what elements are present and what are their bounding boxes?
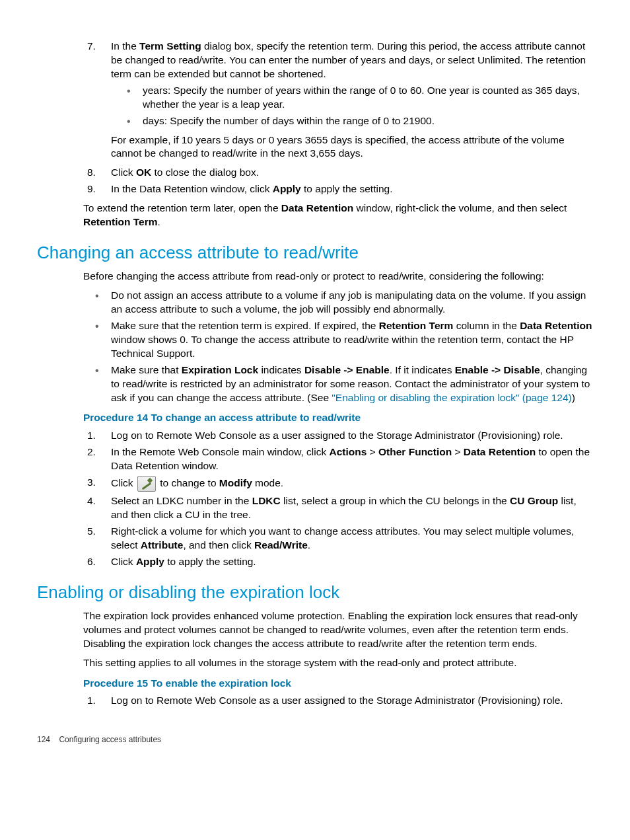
disable-enable-bold: Disable -> Enable	[304, 364, 390, 375]
p14-step-1: Log on to Remote Web Console as a user a…	[83, 429, 593, 443]
step-8: Click OK to close the dialog box.	[83, 166, 593, 180]
p14-step-4: Select an LDKC number in the LDKC list, …	[83, 494, 593, 522]
link-enabling-expiration-lock[interactable]: "Enabling or disabling the expiration lo…	[332, 392, 571, 403]
text: mode.	[252, 477, 283, 488]
text: to change to	[157, 477, 219, 488]
heading-changing-access: Changing an access attribute to read/wri…	[37, 241, 593, 264]
text: . If it indicates	[390, 364, 455, 375]
other-function-bold: Other Function	[378, 446, 452, 457]
bullet-days: days: Specify the number of days within …	[111, 114, 593, 128]
text: window shows 0. To change the access att…	[111, 334, 574, 359]
modify-bold: Modify	[219, 477, 252, 488]
retention-term-bold: Retention Term	[83, 216, 158, 227]
enable-disable-bold: Enable -> Disable	[455, 364, 540, 375]
text: In the Remote Web Console main window, c…	[111, 446, 330, 457]
text: window, right-click the volume, and then…	[353, 202, 567, 213]
text: Make sure that	[111, 364, 182, 375]
p14-step-6: Click Apply to apply the setting.	[83, 555, 593, 569]
actions-bold: Actions	[330, 446, 367, 457]
text: to apply the setting.	[164, 556, 256, 567]
text: list, select a group in which the CU bel…	[281, 495, 510, 506]
footer-section-title: Configuring access attributes	[59, 735, 161, 744]
apply-bold: Apply	[273, 183, 301, 194]
text: , and then click	[183, 539, 254, 551]
data-retention-bold: Data Retention	[281, 202, 353, 213]
extend-term-para: To extend the retention term later, open…	[83, 202, 593, 229]
text: to close the dialog box.	[151, 167, 259, 178]
text: Click	[111, 167, 136, 178]
data-retention-bold: Data Retention	[464, 446, 536, 457]
enabling-section: The expiration lock provides enhanced vo…	[83, 609, 593, 708]
p14-step-5: Right-click a volume for which you want …	[83, 525, 593, 553]
text: column in the	[453, 320, 520, 331]
cu-group-bold: CU Group	[510, 495, 558, 506]
bullet-no-assign: Do not assign an access attribute to a v…	[83, 289, 593, 317]
text: indicates	[258, 364, 304, 375]
p15-step-1: Log on to Remote Web Console as a user a…	[83, 694, 593, 708]
step-7-example: For example, if 10 years 5 days or 0 yea…	[111, 134, 593, 161]
term-setting-bold: Term Setting	[139, 40, 201, 52]
expiration-lock-bold: Expiration Lock	[182, 364, 258, 375]
procedure-15-steps: Log on to Remote Web Console as a user a…	[83, 694, 593, 708]
text: In the Data Retention window, click	[111, 183, 273, 194]
text: .	[308, 539, 310, 551]
procedure-14-steps: Log on to Remote Web Console as a user a…	[83, 429, 593, 568]
ok-bold: OK	[136, 167, 151, 178]
text: Make sure that the retention term is exp…	[111, 320, 379, 331]
text: In the	[111, 40, 139, 52]
attribute-bold: Attribute	[141, 539, 184, 551]
heading-enabling-expiration-lock: Enabling or disabling the expiration loc…	[37, 581, 593, 604]
ldkc-bold: LDKC	[252, 495, 281, 506]
enabling-p2: This setting applies to all volumes in t…	[83, 656, 593, 670]
changing-intro: Before changing the access attribute fro…	[83, 270, 593, 284]
text: Select an LDKC number in the	[111, 495, 252, 506]
text: >	[452, 446, 464, 457]
steps-list-top: In the Term Setting dialog box, specify …	[83, 40, 593, 196]
read-write-bold: Read/Write	[254, 539, 308, 551]
text: To extend the retention term later, open…	[83, 202, 281, 213]
step-9: In the Data Retention window, click Appl…	[83, 182, 593, 196]
step-7-sublist: years: Specify the number of years withi…	[111, 84, 593, 128]
step-7: In the Term Setting dialog box, specify …	[83, 40, 593, 161]
page-number: 124	[37, 734, 50, 745]
page-body: In the Term Setting dialog box, specify …	[83, 40, 593, 229]
bullet-expiration-lock: Make sure that Expiration Lock indicates…	[83, 363, 593, 405]
modify-pencil-icon	[137, 476, 156, 492]
text: Click	[111, 556, 136, 567]
changing-bullets: Do not assign an access attribute to a v…	[83, 289, 593, 404]
page-footer: 124 Configuring access attributes	[37, 734, 593, 745]
p14-step-3: Click to change to Modify mode.	[83, 476, 593, 492]
text: .	[158, 216, 160, 227]
bullet-retention-expired: Make sure that the retention term is exp…	[83, 319, 593, 361]
text: )	[572, 392, 575, 403]
changing-section: Before changing the access attribute fro…	[83, 270, 593, 569]
text: to apply the setting.	[301, 183, 393, 194]
apply-bold: Apply	[136, 556, 164, 567]
p14-step-2: In the Remote Web Console main window, c…	[83, 445, 593, 473]
bullet-years: years: Specify the number of years withi…	[111, 84, 593, 112]
enabling-p1: The expiration lock provides enhanced vo…	[83, 609, 593, 651]
procedure-14-title: Procedure 14 To change an access attribu…	[83, 411, 593, 425]
data-retention-bold: Data Retention	[520, 320, 592, 331]
text: Click	[111, 477, 136, 488]
retention-term-bold: Retention Term	[379, 320, 454, 331]
procedure-15-title: Procedure 15 To enable the expiration lo…	[83, 677, 593, 691]
text: >	[367, 446, 378, 457]
